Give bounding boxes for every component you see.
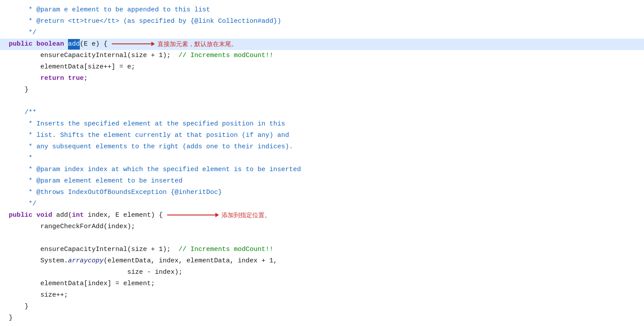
comment-text: */ bbox=[9, 199, 36, 209]
code-line-13: * any subsequent elements to the right (… bbox=[0, 141, 644, 153]
code-line-3: */ bbox=[0, 27, 644, 39]
code-line-25: elementData[index] = element; bbox=[0, 278, 644, 290]
keyword-return: return bbox=[40, 73, 64, 84]
code-line-16: * @param element element to be inserted bbox=[0, 176, 644, 187]
method-add-highlight: add bbox=[68, 39, 80, 50]
arrow-line2 bbox=[167, 215, 215, 215]
code-line-15: * @param index index at which the specif… bbox=[0, 164, 644, 176]
code-line-7: return true ; bbox=[0, 73, 644, 84]
code-editor: * @param e element to be appended to thi… bbox=[0, 0, 644, 326]
comment-text: * @param e element to be appended to thi… bbox=[9, 5, 210, 15]
code-line-23: System. arraycopy (elementData, index, e… bbox=[0, 255, 644, 267]
arrow-head2 bbox=[215, 213, 219, 217]
code-line-27: } bbox=[0, 301, 644, 312]
arrow-line bbox=[112, 43, 151, 44]
code-line-6: elementData[size++] = e; bbox=[0, 61, 644, 73]
code-line-11: * Inserts the specified element at the s… bbox=[0, 118, 644, 130]
code-line-26: size++; bbox=[0, 290, 644, 301]
code-line-5: ensureCapacityInternal(size + 1); // Inc… bbox=[0, 50, 644, 61]
code-line-19: public void add( int index, E element) {… bbox=[0, 210, 644, 221]
code-line-22: ensureCapacityInternal(size + 1); // Inc… bbox=[0, 244, 644, 255]
code-line-2: * @return <tt>true</tt> (as specified by… bbox=[0, 16, 644, 27]
comment-text: * @throws IndexOutOfBoundsException {@in… bbox=[9, 187, 222, 198]
annotation-line4: 直接加元素，默认放在末尾。 bbox=[112, 39, 237, 49]
code-line-4: public boolean add (E e) { 直接加元素，默认放在末尾。 bbox=[0, 39, 644, 50]
code-line-28: } bbox=[0, 312, 644, 324]
keyword-true: true bbox=[68, 73, 84, 84]
code-line-8: } bbox=[0, 84, 644, 96]
annotation-line19: 添加到指定位置。 bbox=[167, 210, 271, 220]
keyword-public2: public bbox=[9, 210, 32, 221]
code-line-21 bbox=[0, 233, 644, 244]
comment-text: * bbox=[9, 153, 32, 164]
annotation-label-line4: 直接加元素，默认放在末尾。 bbox=[157, 39, 237, 49]
keyword-void: void bbox=[36, 210, 52, 221]
comment-text: * any subsequent elements to the right (… bbox=[9, 142, 293, 152]
method-arraycopy: arraycopy bbox=[68, 256, 104, 266]
keyword-int: int bbox=[72, 210, 84, 221]
keyword-public: public bbox=[9, 39, 32, 50]
code-line-12: * list. Shifts the element currently at … bbox=[0, 130, 644, 141]
code-line-1: * @param e element to be appended to thi… bbox=[0, 4, 644, 16]
annotation-label-line19: 添加到指定位置。 bbox=[222, 210, 271, 220]
code-line-18: */ bbox=[0, 198, 644, 210]
comment-text: * @return <tt>true</tt> (as specified by… bbox=[9, 16, 281, 27]
comment-text: * list. Shifts the element currently at … bbox=[9, 130, 289, 141]
code-line-10: /** bbox=[0, 107, 644, 118]
inline-comment-22: // Increments modCount!! bbox=[179, 244, 273, 255]
code-line-20: rangeCheckForAdd(index); bbox=[0, 221, 644, 233]
code-line-9 bbox=[0, 96, 644, 107]
keyword-boolean: boolean bbox=[36, 39, 64, 50]
comment-text: * Inserts the specified element at the s… bbox=[9, 119, 285, 129]
code-line-14: * bbox=[0, 153, 644, 164]
comment-text: * @param element element to be inserted bbox=[9, 176, 182, 186]
arrow-head bbox=[151, 42, 155, 46]
inline-comment-5: // Increments modCount!! bbox=[179, 50, 273, 61]
comment-text: /** bbox=[9, 107, 36, 118]
code-line-17: * @throws IndexOutOfBoundsException {@in… bbox=[0, 187, 644, 198]
comment-text: * @param index index at which the specif… bbox=[9, 165, 301, 175]
code-line-24: size - index); bbox=[0, 267, 644, 278]
comment-text: */ bbox=[9, 28, 36, 38]
